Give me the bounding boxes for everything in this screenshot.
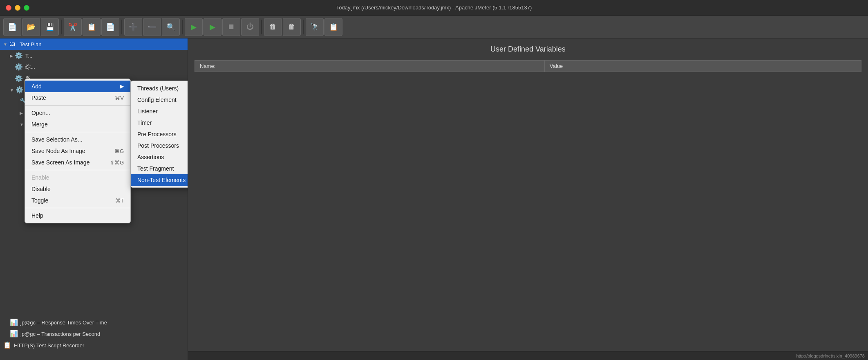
save-button[interactable]: 💾 bbox=[41, 18, 59, 36]
clear-all-button[interactable]: 🗑 bbox=[283, 18, 301, 36]
sidebar: ▼ 🗂 Test Plan ▶ ⚙️ T... ▶ ⚙️ 综... ▶ ⚙️ 系… bbox=[0, 38, 188, 360]
toolbar: 📄 📂 💾 ✂️ 📋 📄 ➕ ➖ 🔍 ▶ ▶ ⏹ ⏻ 🗑 🗑 🔭 📋 bbox=[0, 16, 868, 38]
minimize-button[interactable] bbox=[15, 5, 20, 11]
tree-label: T... bbox=[25, 53, 32, 59]
recorder-icon: 📋 bbox=[3, 341, 11, 349]
paste-shortcut: ⌘V bbox=[105, 95, 124, 101]
window-title: Today.jmx (/Users/mickey/Downloads/Today… bbox=[336, 4, 532, 11]
tree-arrow: ▼ bbox=[20, 122, 24, 127]
menu-label: Merge bbox=[31, 121, 48, 128]
gear-icon-4: ⚙️ bbox=[16, 86, 24, 94]
toolbar-sep-4 bbox=[261, 20, 262, 34]
tree-item-t[interactable]: ▶ ⚙️ T... bbox=[0, 50, 188, 61]
start-no-pause-button[interactable]: ▶ bbox=[204, 18, 221, 36]
menu-label: Enable bbox=[31, 174, 49, 181]
gear-icon: ⚙️ bbox=[15, 52, 23, 60]
col-name: Name: bbox=[195, 61, 545, 72]
menu-sep-1 bbox=[25, 105, 130, 106]
testplan-icon: 🗂 bbox=[9, 40, 17, 48]
tree-label: HTTP(S) Test Script Recorder bbox=[14, 342, 84, 349]
menu-label: Disable bbox=[31, 186, 51, 192]
tree-arrow: ▶ bbox=[20, 111, 23, 115]
context-menu: Add ▶ Threads (Users) ▶ Config Element ▶… bbox=[25, 79, 131, 223]
submenu-testfragment[interactable]: Test Fragment ▶ bbox=[131, 163, 188, 174]
paste-button[interactable]: 📄 bbox=[101, 18, 119, 36]
menu-label: Post Processors bbox=[137, 142, 179, 149]
new-button[interactable]: 📄 bbox=[3, 18, 21, 36]
gear-icon-2: ⚙️ bbox=[15, 63, 23, 71]
menu-item-save-selection[interactable]: Save Selection As... bbox=[25, 134, 130, 145]
menu-label: Config Element bbox=[137, 97, 177, 103]
shutdown-button[interactable]: ⏻ bbox=[241, 18, 259, 36]
submenu-preprocessors[interactable]: Pre Processors ▶ bbox=[131, 128, 188, 140]
menu-label: Paste bbox=[31, 94, 46, 101]
save-screen-shortcut: ⇧⌘G bbox=[100, 160, 124, 166]
menu-label: Timer bbox=[137, 119, 152, 126]
menu-item-open[interactable]: Open... bbox=[25, 107, 130, 119]
status-bar: http://bloggsdrinet/sixin_40989678 bbox=[188, 351, 868, 360]
save-node-shortcut: ⌘G bbox=[105, 148, 124, 154]
open-button[interactable]: 📂 bbox=[22, 18, 40, 36]
submenu-config[interactable]: Config Element ▶ bbox=[131, 94, 188, 106]
sidebar-bottom: 📊 jp@gc – Response Times Over Time 📊 jp@… bbox=[0, 317, 188, 351]
menu-item-save-screen[interactable]: Save Screen As Image ⇧⌘G bbox=[25, 157, 130, 168]
submenu-listener[interactable]: Listener ▶ bbox=[131, 106, 188, 117]
menu-label: Non-Test Elements bbox=[137, 177, 186, 183]
tree-label: jp@gc – Transactions per Second bbox=[20, 331, 100, 337]
menu-item-help[interactable]: Help bbox=[25, 210, 130, 221]
tree-item-recorder[interactable]: 📋 HTTP(S) Test Script Recorder bbox=[0, 340, 188, 351]
collapse-button[interactable]: 📋 bbox=[324, 18, 342, 36]
browse-button[interactable]: 🔍 bbox=[162, 18, 180, 36]
submenu-arrow-icon: ▶ bbox=[120, 83, 124, 89]
chart-icon-2: 📊 bbox=[10, 330, 18, 338]
gear-icon-3: ⚙️ bbox=[15, 74, 23, 83]
tree-item-transactions[interactable]: 📊 jp@gc – Transactions per Second bbox=[0, 328, 188, 340]
stop-button[interactable]: ⏹ bbox=[222, 18, 240, 36]
clear-button[interactable]: 🗑 bbox=[264, 18, 282, 36]
menu-label: Pre Processors bbox=[137, 131, 177, 137]
submenu-assertions[interactable]: Assertions ▶ bbox=[131, 151, 188, 163]
submenu-threads[interactable]: Threads (Users) ▶ bbox=[131, 83, 188, 94]
menu-label: Add bbox=[31, 83, 42, 90]
menu-label: Save Screen As Image bbox=[31, 159, 89, 166]
variables-table: Name: Value bbox=[195, 60, 861, 72]
submenu-postprocessors[interactable]: Post Processors ▶ bbox=[131, 140, 188, 151]
tree-item-testplan[interactable]: ▼ 🗂 Test Plan bbox=[0, 38, 188, 50]
menu-sep-2 bbox=[25, 132, 130, 132]
menu-label: Test Fragment bbox=[137, 165, 174, 172]
status-text: http://bloggsdrinet/sixin_40989678 bbox=[796, 353, 865, 358]
toolbar-sep-1 bbox=[61, 20, 62, 34]
tree-item-zh[interactable]: ▶ ⚙️ 综... bbox=[0, 61, 188, 73]
close-button[interactable] bbox=[6, 5, 11, 11]
menu-item-disable[interactable]: Disable bbox=[25, 183, 130, 195]
copy-button[interactable]: 📋 bbox=[83, 18, 101, 36]
submenu-add: Threads (Users) ▶ Config Element ▶ Liste… bbox=[130, 81, 188, 188]
add-button[interactable]: ➕ bbox=[124, 18, 142, 36]
menu-item-save-node[interactable]: Save Node As Image ⌘G bbox=[25, 145, 130, 157]
menu-item-paste[interactable]: Paste ⌘V bbox=[25, 92, 130, 104]
submenu-timer[interactable]: Timer ▶ bbox=[131, 117, 188, 128]
tree-arrow: ▼ bbox=[10, 88, 14, 92]
chart-icon: 📊 bbox=[10, 318, 18, 326]
tree-label: Test Plan bbox=[20, 41, 41, 47]
search-button[interactable]: 🔭 bbox=[306, 18, 324, 36]
title-bar: Today.jmx (/Users/mickey/Downloads/Today… bbox=[0, 0, 868, 16]
menu-item-merge[interactable]: Merge bbox=[25, 119, 130, 130]
tree-item-response-times[interactable]: 📊 jp@gc – Response Times Over Time bbox=[0, 317, 188, 328]
menu-label: Help bbox=[31, 212, 43, 219]
remove-button[interactable]: ➖ bbox=[143, 18, 161, 36]
toolbar-sep-5 bbox=[303, 20, 304, 34]
menu-item-add[interactable]: Add ▶ Threads (Users) ▶ Config Element ▶… bbox=[25, 81, 130, 92]
start-button[interactable]: ▶ bbox=[185, 18, 203, 36]
menu-label: Save Selection As... bbox=[31, 136, 83, 143]
tree-label: jp@gc – Response Times Over Time bbox=[20, 320, 107, 326]
menu-item-toggle[interactable]: Toggle ⌘T bbox=[25, 195, 130, 206]
cut-button[interactable]: ✂️ bbox=[64, 18, 82, 36]
menu-label: Threads (Users) bbox=[137, 85, 179, 92]
maximize-button[interactable] bbox=[24, 5, 29, 11]
submenu-nontest[interactable]: Non-Test Elements ▶ HTTP Mirror Server H… bbox=[131, 174, 188, 186]
menu-label: Open... bbox=[31, 110, 50, 116]
toggle-shortcut: ⌘T bbox=[105, 198, 124, 204]
tree-arrow: ▼ bbox=[3, 42, 7, 47]
menu-item-enable: Enable bbox=[25, 172, 130, 183]
